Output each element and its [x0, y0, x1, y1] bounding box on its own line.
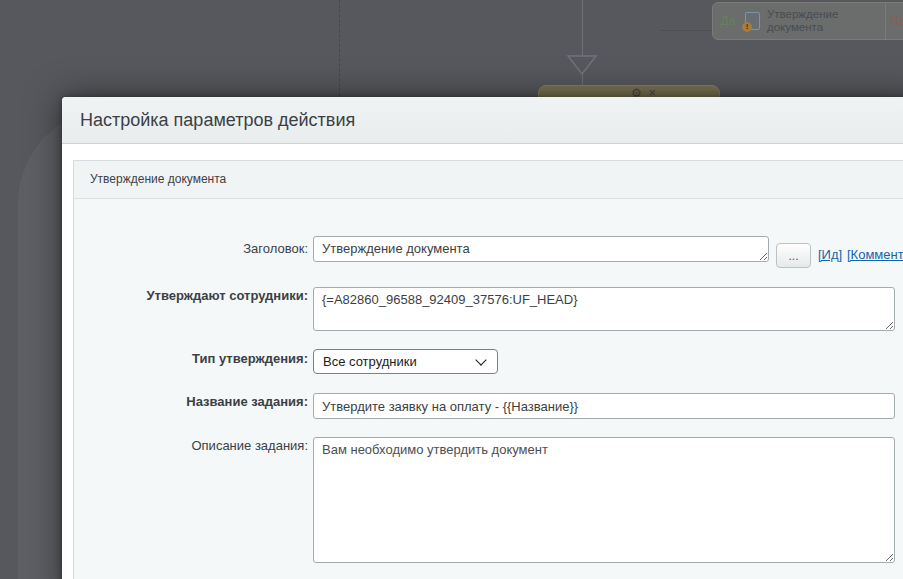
panel-header: Утверждение документа: [74, 161, 903, 199]
document-warning-icon: !: [745, 12, 760, 30]
workflow-editor-screen: Да ! Утверждение документа Нет ⚙ × Настр…: [0, 0, 903, 579]
action-settings-dialog: Настройка параметров действия Утверждени…: [62, 97, 903, 579]
workflow-branch-line: [660, 30, 712, 31]
task-description-field-label: Описание задания:: [74, 438, 308, 453]
task-name-field-label: Название задания:: [74, 394, 308, 409]
workflow-node-title: Утверждение документа: [767, 8, 859, 34]
id-link[interactable]: [Ид]: [818, 247, 842, 262]
title-input[interactable]: Утверждение документа: [313, 236, 769, 262]
approvers-textarea[interactable]: {=A82860_96588_92409_37576:UF_HEAD}: [313, 287, 895, 331]
dialog-title: Настройка параметров действия: [62, 97, 903, 143]
workflow-branch-row: Да ! Утверждение документа Нет: [712, 2, 903, 40]
task-name-input[interactable]: [313, 393, 895, 419]
task-description-textarea[interactable]: Вам необходимо утвердить документ: [313, 437, 895, 563]
panel-body: Заголовок: Утверждение документа ... [Ид…: [74, 199, 903, 579]
workflow-connector-line: [582, 0, 583, 55]
chevron-down-icon: [475, 354, 486, 365]
dialog-header: Настройка параметров действия: [62, 97, 903, 144]
approval-type-selected-value: Все сотрудники: [323, 354, 417, 369]
workflow-dashed-connector: [339, 0, 340, 96]
title-field-label: Заголовок:: [74, 241, 308, 256]
insert-value-button[interactable]: ...: [776, 243, 811, 268]
approval-type-field-label: Тип утверждения:: [74, 351, 308, 366]
branch-yes-label: Да: [713, 14, 743, 28]
comments-link[interactable]: [Комментарии]: [847, 247, 903, 262]
panel-section-title: Утверждение документа: [74, 161, 903, 198]
activity-settings-panel: Утверждение документа Заголовок: Утвержд…: [73, 160, 903, 579]
branch-divider: [885, 3, 886, 39]
approvers-field-label: Утверждают сотрудники:: [74, 288, 308, 303]
approval-type-select[interactable]: Все сотрудники: [313, 349, 498, 374]
branch-no-label: Нет: [890, 14, 903, 28]
